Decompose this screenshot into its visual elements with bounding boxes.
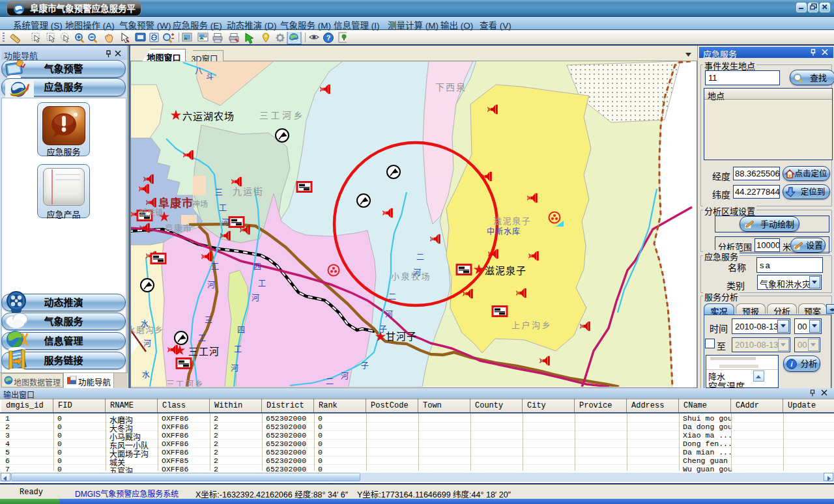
svg-text:工: 工 [198,334,206,343]
svg-text:三工河: 三工河 [188,346,220,357]
svg-text:阜康市: 阜康市 [158,197,194,210]
svg-text:中新水库: 中新水库 [487,227,521,236]
svg-text:河: 河 [207,281,215,290]
svg-text:斗: 斗 [206,72,214,81]
svg-text:九运街: 九运街 [233,186,264,197]
svg-text:河: 河 [385,310,393,319]
svg-text:四: 四 [237,326,245,335]
svg-text:三工河乡: 三工河乡 [166,379,204,387]
svg-text:六运湖农场: 六运湖农场 [182,111,235,122]
svg-text:上户沟乡: 上户沟乡 [511,320,552,330]
svg-text:水: 水 [142,371,150,380]
svg-text:滋泥泉子: 滋泥泉子 [493,216,531,226]
svg-text:工: 工 [211,262,219,272]
svg-text:下西泉: 下西泉 [435,82,467,92]
svg-text:工: 工 [219,204,227,213]
svg-text:工: 工 [234,345,242,354]
svg-text:八: 八 [195,67,203,76]
svg-text:水: 水 [141,320,149,329]
svg-text:子: 子 [379,325,387,334]
svg-text:河: 河 [231,364,238,373]
svg-text:二: 二 [326,377,334,386]
svg-text:三: 三 [215,188,223,197]
svg-text:子: 子 [361,361,369,371]
svg-text:?: ? [326,34,331,42]
svg-text:四: 四 [253,262,261,272]
svg-text:神场: 神场 [192,200,208,209]
svg-text:河: 河 [252,294,259,303]
svg-text:二: 二 [388,292,396,301]
svg-text:三: 三 [205,316,212,325]
svg-text:二: 二 [416,253,424,262]
svg-text:工: 工 [258,279,266,288]
svg-text:城关镇: 城关镇 [139,208,163,217]
svg-text:河: 河 [341,372,349,381]
svg-text:滋泥泉子: 滋泥泉子 [485,265,526,276]
svg-text:河: 河 [413,268,421,277]
svg-text:三工河乡: 三工河乡 [259,110,305,120]
svg-text:河: 河 [222,218,229,227]
svg-text:河: 河 [143,339,151,348]
svg-text:甘河子: 甘河子 [386,331,417,342]
svg-text:小泉牧场: 小泉牧场 [391,272,431,281]
svg-text:阜康市: 阜康市 [165,223,192,233]
